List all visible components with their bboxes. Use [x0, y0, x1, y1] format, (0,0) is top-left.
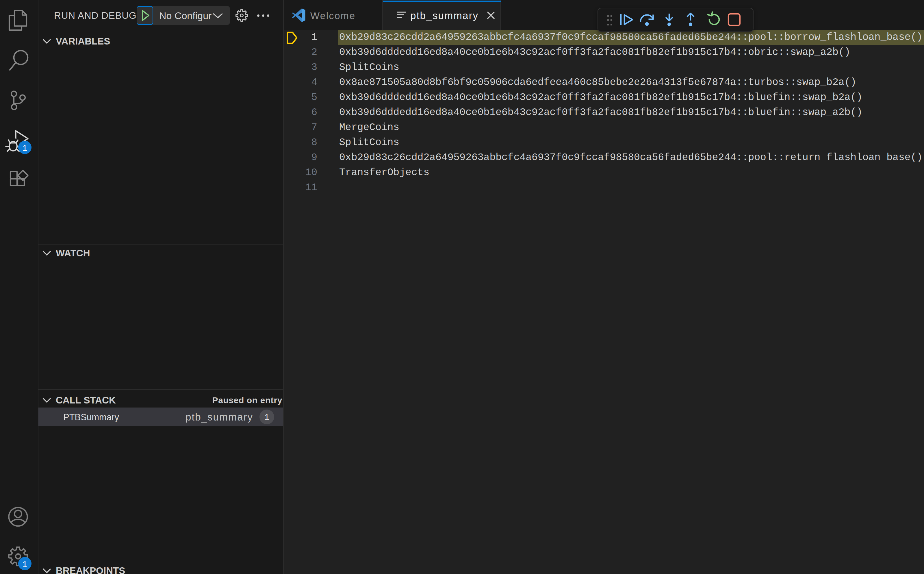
svg-text:1: 1 — [22, 143, 27, 153]
svg-text:1: 1 — [22, 559, 27, 569]
